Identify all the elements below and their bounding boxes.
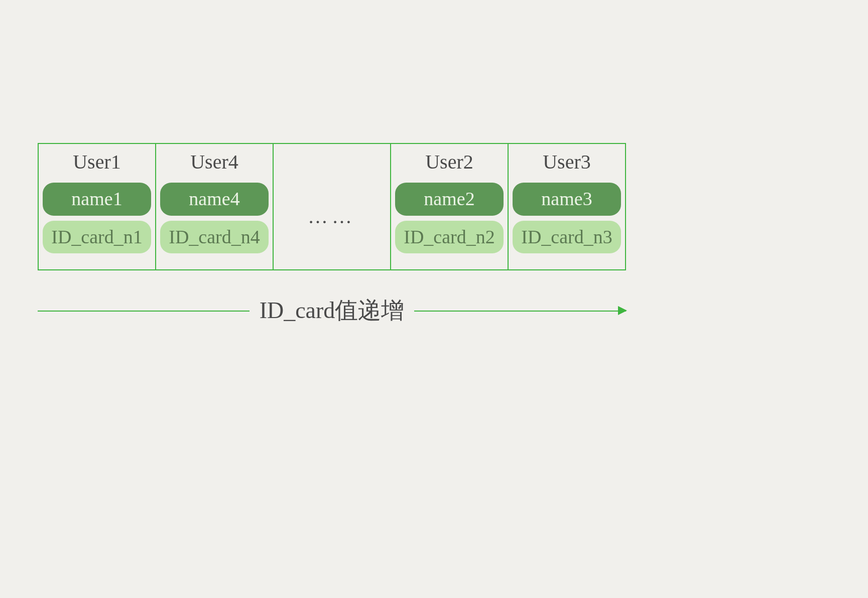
idcard-pill: ID_card_n3 [513,221,621,254]
cell-user1: User1 name1 ID_card_n1 [39,144,156,269]
idcard-pill: ID_card_n1 [43,221,151,254]
cell-user4: User4 name4 ID_card_n4 [156,144,274,269]
user-label: User2 [425,150,473,174]
name-pill: name1 [43,183,151,216]
cell-user2: User2 name2 ID_card_n2 [391,144,509,269]
user-label: User4 [190,150,238,174]
name-pill: name4 [160,183,269,216]
user-label: User3 [543,150,591,174]
cell-ellipsis: …… [274,144,391,269]
idcard-pill: ID_card_n2 [395,221,504,254]
name-pill: name3 [513,183,621,216]
cells-row: User1 name1 ID_card_n1 User4 name4 ID_ca… [38,143,626,270]
diagram-container: User1 name1 ID_card_n1 User4 name4 ID_ca… [38,143,626,331]
arrow-row: ID_card值递增 [38,290,626,331]
user-label: User1 [73,150,121,174]
ellipsis-text: …… [308,205,356,228]
name-pill: name2 [395,183,504,216]
arrow-label: ID_card值递增 [250,295,415,326]
cell-user3: User3 name3 ID_card_n3 [509,144,625,269]
idcard-pill: ID_card_n4 [160,221,269,254]
arrow-head-icon [618,306,627,315]
